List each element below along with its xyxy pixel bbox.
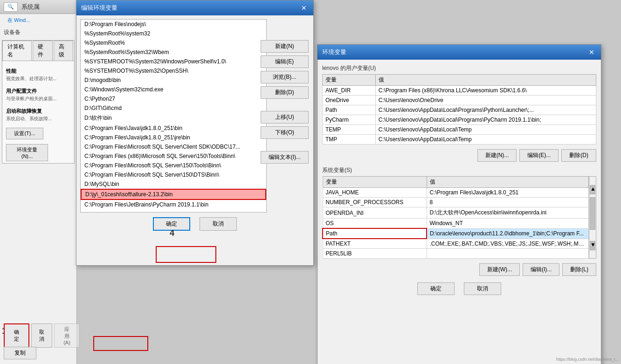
path-item-1[interactable]: %SystemRoot%\system32 bbox=[81, 29, 266, 38]
cancel-button-main[interactable]: 取消 bbox=[31, 323, 52, 348]
sys-var-val-os: Windows_NT bbox=[427, 219, 589, 229]
path-item-3[interactable]: %SystemRoot%\System32\Wbem bbox=[81, 48, 266, 57]
edit-text-button[interactable]: 编辑文本(I)... bbox=[261, 151, 309, 164]
user-edit-button[interactable]: 编辑(E)... bbox=[519, 149, 559, 162]
startup-desc: 系统启动、系统故障... bbox=[6, 116, 70, 122]
new-path-button[interactable]: 新建(N) bbox=[261, 40, 309, 53]
sys-var-row-os[interactable]: OS Windows_NT bbox=[323, 219, 589, 229]
sys-var-row-javahome[interactable]: JAVA_HOME C:\Program Files\Java\jdk1.8.0… bbox=[323, 188, 589, 198]
path-item-13[interactable]: C:\Program Files\Microsoft SQL Server\Cl… bbox=[81, 142, 266, 151]
user-col-val: 值 bbox=[375, 75, 596, 86]
move-up-button[interactable]: 上移(U) bbox=[261, 111, 309, 124]
sys-col-var: 变量 bbox=[323, 177, 427, 188]
env-vars-dialog: 环境变量 ✕ lenovo 的用户变量(U) 变量 值 AWE_DIR C:\P… bbox=[317, 44, 601, 364]
perf-label: 性能 bbox=[6, 68, 70, 75]
path-item-7[interactable]: C:\Windows\System32\cmd.exe bbox=[81, 85, 266, 94]
sys-var-row-openrda[interactable]: OPENRDA_INI D:\北大软件\OpenAccess\bin\iwinn… bbox=[323, 207, 589, 219]
sys-var-row-perl5lib[interactable]: PERL5LIB bbox=[323, 249, 589, 259]
edit-path-button[interactable]: 编辑(E) bbox=[261, 55, 309, 68]
user-delete-button[interactable]: 删除(D) bbox=[561, 149, 596, 162]
path-item-0[interactable]: D:\Program Files\nodejs\ bbox=[81, 20, 266, 29]
apply-button-main[interactable]: 应用(A) bbox=[54, 323, 80, 348]
path-item-4[interactable]: %SYSTEMROOT%\System32\WindowsPowerShell\… bbox=[81, 57, 266, 66]
device-label: 设备备 bbox=[0, 27, 76, 38]
sys-var-row-pathext[interactable]: PATHEXT .COM;.EXE;.BAT;.CMD;.VBS;.VBE;.J… bbox=[323, 239, 589, 249]
ok-button-main[interactable]: 确定 bbox=[4, 323, 29, 348]
startup-section: 3 启动和故障恢复 系统启动、系统故障... bbox=[2, 105, 74, 125]
path-item-10[interactable]: D:\软件\bin bbox=[81, 113, 266, 124]
settings-button[interactable]: 设置(T)... bbox=[6, 128, 43, 139]
scrollbar-thumb[interactable] bbox=[590, 197, 595, 230]
user-var-row-tmp[interactable]: TMP C:\Users\lenovo\AppData\Local\Temp bbox=[323, 135, 596, 144]
system-section-title: 系统变量(S) bbox=[322, 166, 596, 174]
path-item-11[interactable]: C:\Program Files\Java\jdk1.8.0_251\bin bbox=[81, 124, 266, 133]
user-var-row-onedrive[interactable]: OneDrive C:\Users\lenovo\OneDrive bbox=[323, 96, 596, 105]
sys-var-name-os: OS bbox=[323, 219, 427, 229]
env-vars-button[interactable]: 环境变量(N)... bbox=[6, 144, 48, 161]
user-var-name-tmp: TMP bbox=[323, 135, 376, 144]
user-var-row-temp[interactable]: TEMP C:\Users\lenovo\AppData\Local\Temp bbox=[323, 125, 596, 135]
annotation-4: 4 bbox=[170, 228, 174, 238]
copy-button[interactable]: 复制 bbox=[4, 347, 36, 359]
env-vars-ok-button[interactable]: 确定 bbox=[417, 282, 455, 295]
edit-env-close-button[interactable]: ✕ bbox=[299, 3, 309, 13]
tab-hardware[interactable]: 硬件 bbox=[33, 41, 53, 61]
user-var-row-awe[interactable]: AWE_DIR C:\Program Files (x86)\Khrona LL… bbox=[323, 86, 596, 96]
delete-path-button[interactable]: 删除(D) bbox=[261, 86, 309, 99]
sys-new-button[interactable]: 新建(W)... bbox=[479, 263, 520, 276]
search-box[interactable]: 🔍 bbox=[4, 2, 18, 12]
user-vars-buttons: 新建(N)... 编辑(E)... 删除(D) bbox=[322, 149, 596, 162]
settings-btn-area: 设置(T)... bbox=[2, 125, 74, 142]
edit-bottom-buttons: 确定 取消 bbox=[81, 217, 309, 231]
sys-delete-button[interactable]: 删除(L) bbox=[562, 263, 596, 276]
sys-var-row-path[interactable]: Path D:\oracle\lenovo\product\11.2.0\dbh… bbox=[323, 228, 589, 239]
path-item-19[interactable]: C:\Program Files\JetBrains\PyCharm 2019.… bbox=[81, 200, 266, 209]
path-item-14[interactable]: C:\Program Files (x86)\Microsoft SQL Ser… bbox=[81, 151, 266, 161]
path-item-2[interactable]: %SystemRoot% bbox=[81, 38, 266, 48]
path-item-16[interactable]: C:\Program Files\Microsoft SQL Server\15… bbox=[81, 170, 266, 179]
user-vars-section: lenovo 的用户变量(U) 变量 值 AWE_DIR C:\Program … bbox=[322, 64, 596, 144]
user-var-val-onedrive: C:\Users\lenovo\OneDrive bbox=[375, 96, 596, 105]
tab-advanced[interactable]: 高级 bbox=[54, 41, 74, 61]
edit-env-cancel-button[interactable]: 取消 bbox=[200, 217, 237, 231]
user-var-val-tmp: C:\Users\lenovo\AppData\Local\Temp bbox=[375, 135, 596, 144]
sys-var-val-perl5lib bbox=[427, 249, 589, 259]
env-btn-area: 环境变量(N)... bbox=[2, 142, 74, 163]
env-vars-cancel-button[interactable]: 取消 bbox=[464, 282, 501, 295]
path-item-5[interactable]: %SYSTEMROOT%\System32\OpenSSH\ bbox=[81, 66, 266, 76]
user-var-name-awe: AWE_DIR bbox=[323, 86, 376, 96]
system-vars-buttons: 新建(W)... 编辑(I)... 删除(L) bbox=[322, 263, 596, 276]
user-var-name-path: Path bbox=[323, 105, 376, 115]
path-item-8[interactable]: C:\Python27 bbox=[81, 94, 266, 103]
path-item-15[interactable]: C:\Program Files\Microsoft SQL Server\15… bbox=[81, 161, 266, 170]
edit-env-title-text: 编辑环境变量 bbox=[81, 4, 117, 12]
sys-col-val: 值 bbox=[427, 177, 589, 188]
user-var-val-pycharm: C:\Users\lenovo\AppData\Local\Programs\P… bbox=[375, 115, 596, 125]
user-var-row-path[interactable]: Path C:\Users\lenovo\AppData\Local\Progr… bbox=[323, 105, 596, 115]
path-item-9[interactable]: D:\GIT\Git\cmd bbox=[81, 103, 266, 113]
browse-path-button[interactable]: 浏览(B)... bbox=[261, 71, 309, 83]
move-down-button[interactable]: 下移(O) bbox=[261, 126, 309, 139]
sys-var-row-numproc[interactable]: NUMBER_OF_PROCESSORS 8 bbox=[323, 198, 589, 207]
edit-env-dialog: 编辑环境变量 ✕ D:\Program Files\nodejs\ %Syste… bbox=[76, 0, 314, 266]
env-vars-close-button[interactable]: ✕ bbox=[587, 48, 596, 57]
path-item-12[interactable]: C:\Program Files\Java\jdk1.8.0_251\jre\b… bbox=[81, 133, 266, 142]
tab-computer-name[interactable]: 计算机名 bbox=[2, 41, 32, 61]
startup-label: 启动和故障恢复 bbox=[6, 108, 70, 115]
scrollbar-down[interactable]: ▼ bbox=[590, 241, 595, 250]
path-list[interactable]: D:\Program Files\nodejs\ %SystemRoot%\sy… bbox=[80, 19, 267, 213]
path-item-18[interactable]: D:\jy\_01ceshi\soft\allure-2.13.2\bin bbox=[81, 189, 266, 200]
sys-var-val-path: D:\oracle\lenovo\product\11.2.0\dbhome_1… bbox=[427, 228, 589, 239]
system-table-scrollbar[interactable]: ▲ ▼ bbox=[589, 176, 596, 259]
user-new-button[interactable]: 新建(N)... bbox=[477, 149, 517, 162]
sys-edit-button[interactable]: 编辑(I)... bbox=[523, 263, 559, 276]
scrollbar-up[interactable]: ▲ bbox=[590, 185, 595, 194]
sys-title: 系统属 bbox=[21, 3, 40, 11]
path-item-17[interactable]: D:\MySQL\bin bbox=[81, 179, 266, 189]
user-var-row-pycharm[interactable]: PyCharm C:\Users\lenovo\AppData\Local\Pr… bbox=[323, 115, 596, 125]
perf-section: 性能 视觉效果、处理器计划... bbox=[2, 65, 74, 85]
user-var-name-temp: TEMP bbox=[323, 125, 376, 135]
user-col-var: 变量 bbox=[323, 75, 376, 86]
user-profile-section: 用户配置文件 与登录帐户相关的桌面... bbox=[2, 85, 74, 105]
path-item-6[interactable]: D:\mogodb\bin bbox=[81, 76, 266, 85]
